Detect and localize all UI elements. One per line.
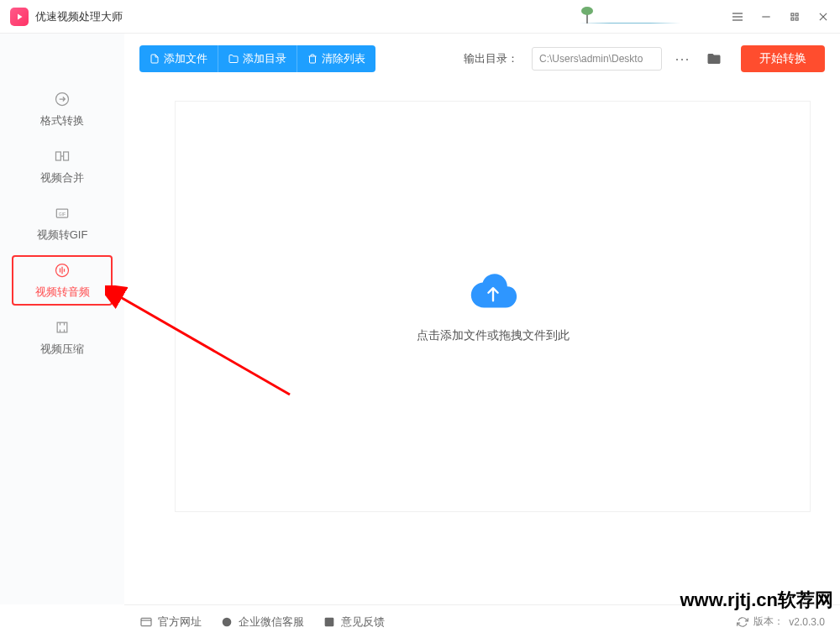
main-area: 添加文件 添加目录 清除列表 输出目录： C:\Users\admin\Desk… (124, 34, 840, 604)
titlebar: 优速视频处理大师 (0, 0, 840, 34)
enterprise-wechat-label: 企业微信客服 (239, 614, 304, 630)
add-file-button[interactable]: 添加文件 (139, 45, 218, 72)
start-convert-button[interactable]: 开始转换 (741, 45, 825, 72)
open-folder-button[interactable] (702, 47, 726, 71)
sidebar-item-video-to-gif[interactable]: GIF 视频转GIF (12, 198, 113, 248)
enterprise-wechat-link[interactable]: 企业微信客服 (220, 614, 304, 630)
svg-rect-11 (56, 152, 61, 160)
content-area: 点击添加文件或拖拽文件到此 (124, 84, 840, 604)
sidebar-item-video-compress[interactable]: 视频压缩 (12, 312, 113, 363)
official-site-link[interactable]: 官方网址 (139, 614, 202, 630)
video-audio-icon (53, 261, 71, 280)
file-icon (150, 54, 160, 64)
toolbar: 添加文件 添加目录 清除列表 输出目录： C:\Users\admin\Desk… (124, 34, 840, 84)
wechat-icon (220, 615, 234, 629)
svg-rect-12 (64, 152, 69, 160)
refresh-icon (737, 616, 748, 628)
svg-rect-7 (795, 18, 798, 20)
svg-rect-16 (57, 322, 67, 332)
file-dropzone[interactable]: 点击添加文件或拖拽文件到此 (175, 101, 811, 512)
menu-icon[interactable] (731, 10, 744, 24)
feedback-label: 意见反馈 (341, 614, 385, 630)
toolbar-button-group: 添加文件 添加目录 清除列表 (139, 45, 375, 72)
app-title: 优速视频处理大师 (35, 9, 580, 24)
sidebar-item-video-merge[interactable]: 视频合并 (12, 141, 113, 191)
format-convert-icon (53, 90, 71, 108)
sidebar-item-label: 视频合并 (40, 170, 84, 186)
dropzone-hint: 点击添加文件或拖拽文件到此 (417, 328, 570, 343)
video-compress-icon (53, 318, 71, 337)
close-icon[interactable] (816, 10, 830, 24)
sidebar-item-label: 格式转换 (40, 113, 84, 128)
sidebar-item-video-to-audio[interactable]: 视频转音频 (12, 255, 113, 306)
app-logo-icon (10, 8, 29, 26)
window-controls (731, 10, 830, 24)
more-button[interactable]: ⋯ (670, 47, 694, 71)
maximize-icon[interactable] (788, 10, 801, 24)
start-convert-label: 开始转换 (759, 51, 806, 66)
svg-rect-5 (795, 13, 798, 15)
version-label: 版本： (753, 614, 784, 629)
feedback-icon (323, 615, 336, 629)
version-info: 版本： v2.0.3.0 (737, 614, 825, 629)
sidebar: 格式转换 视频合并 GIF 视频转GIF 视频转音频 视频压缩 (0, 34, 124, 604)
svg-text:GIF: GIF (59, 212, 66, 217)
svg-rect-6 (791, 18, 794, 20)
version-value: v2.0.3.0 (789, 616, 825, 628)
folder-open-icon (706, 51, 722, 66)
watermark-text: www.rjtj.cn软荐网 (680, 588, 833, 613)
video-merge-icon (53, 147, 71, 165)
feedback-link[interactable]: 意见反馈 (323, 614, 385, 630)
svg-rect-4 (791, 13, 794, 15)
sidebar-item-format-convert[interactable]: 格式转换 (12, 84, 113, 134)
svg-point-19 (223, 617, 232, 626)
add-folder-label: 添加目录 (243, 51, 286, 66)
trash-icon (307, 54, 318, 64)
sidebar-item-label: 视频转音频 (35, 285, 90, 300)
svg-rect-20 (325, 617, 334, 626)
titlebar-decoration (580, 5, 680, 29)
globe-icon (139, 615, 153, 629)
clear-list-button[interactable]: 清除列表 (297, 45, 375, 72)
video-gif-icon: GIF (53, 204, 71, 222)
sidebar-item-label: 视频压缩 (40, 342, 84, 357)
add-folder-button[interactable]: 添加目录 (218, 45, 297, 72)
cloud-upload-icon (468, 269, 518, 313)
minimize-icon[interactable] (759, 10, 773, 24)
svg-rect-17 (141, 618, 151, 625)
folder-icon (228, 54, 239, 64)
output-path-input[interactable]: C:\Users\admin\Deskto (532, 47, 662, 71)
sidebar-item-label: 视频转GIF (37, 227, 88, 243)
output-dir-label: 输出目录： (464, 51, 518, 66)
add-file-label: 添加文件 (164, 51, 207, 66)
official-site-label: 官方网址 (158, 614, 202, 630)
clear-list-label: 清除列表 (322, 51, 365, 66)
